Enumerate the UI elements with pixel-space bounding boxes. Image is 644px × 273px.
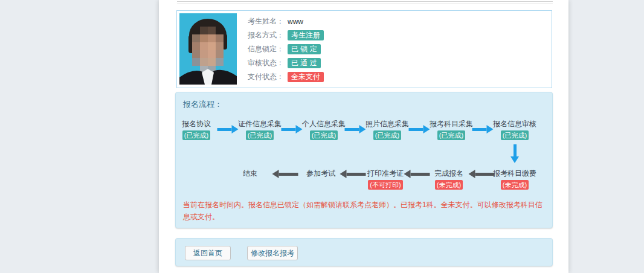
flow-step-complete-registration: 完成报名 (未完成) — [434, 169, 463, 190]
step-name: 报考科目缴费 — [493, 169, 536, 178]
flow-arrow-down-icon — [510, 144, 519, 163]
step-name: 结束 — [243, 169, 257, 178]
flow-arrow-left-icon — [340, 170, 366, 178]
name-label: 考生姓名： — [248, 16, 285, 27]
top-section-divider — [177, 1, 553, 3]
step-name: 完成报名 — [434, 169, 463, 178]
step-status-badge: (已完成) — [373, 130, 401, 140]
flow-step-print-ticket: 打印准考证 (不可打印) — [367, 169, 404, 190]
audit-status-badge: 已 通 过 — [288, 58, 321, 68]
registration-notice: 当前在报名时间内。报名信息已锁定（如需解锁请联系考点老师）。已报考1科。全未支付… — [183, 199, 546, 223]
payment-status-badge: 全未支付 — [288, 72, 324, 82]
name-value: www — [288, 18, 303, 26]
step-status-badge: (已完成) — [501, 130, 529, 140]
step-name: 报考科目采集 — [430, 119, 473, 129]
main-content-column: 考生姓名： www 报名方式： 考生注册 信息锁定： 已 锁 定 审核状态： 已… — [159, 0, 568, 273]
step-status-badge: (不可打印) — [368, 180, 402, 190]
step-name: 打印准考证 — [367, 169, 404, 178]
info-row-method: 报名方式： 考生注册 — [248, 28, 324, 42]
flow-arrow-right-icon — [217, 125, 239, 133]
candidate-photo — [179, 13, 237, 85]
payment-label: 支付状态： — [248, 72, 285, 82]
flow-step-subject-select: 报考科目采集 (已完成) — [430, 119, 473, 140]
candidate-photo-image — [179, 13, 237, 85]
flow-arrow-left-icon — [272, 170, 298, 178]
step-name: 参加考试 — [306, 169, 335, 178]
back-home-button[interactable]: 返回首页 — [185, 246, 231, 260]
info-row-lock: 信息锁定： 已 锁 定 — [248, 42, 324, 56]
step-status-badge: (已完成) — [437, 130, 465, 140]
flow-step-end: 结束 — [243, 169, 257, 178]
flow-arrow-right-icon — [409, 125, 430, 133]
audit-label: 审核状态： — [248, 58, 285, 68]
info-row-payment: 支付状态： 全未支付 — [248, 70, 324, 84]
flow-step-personal-info: 个人信息采集 (已完成) — [302, 119, 346, 140]
step-name: 报名协议 — [182, 119, 211, 129]
modify-registration-button[interactable]: 修改报名报考 — [247, 246, 298, 260]
info-row-name: 考生姓名： www — [248, 14, 324, 28]
lock-label: 信息锁定： — [248, 44, 285, 54]
step-name: 报名信息审核 — [493, 119, 536, 129]
action-panel: 返回首页 修改报名报考 — [175, 238, 553, 266]
flow-step-id-info: 证件信息采集 (已完成) — [238, 119, 282, 140]
step-status-badge: (已完成) — [182, 130, 210, 140]
method-badge: 考生注册 — [288, 30, 324, 40]
flow-arrow-right-icon — [282, 125, 303, 133]
flow-step-agreement: 报名协议 (已完成) — [182, 119, 211, 140]
flow-title: 报名流程： — [183, 99, 222, 110]
flow-step-info-audit: 报名信息审核 (已完成) — [493, 119, 536, 140]
method-label: 报名方式： — [248, 30, 285, 40]
flow-step-take-exam: 参加考试 — [306, 169, 335, 178]
step-name: 个人信息采集 — [302, 119, 346, 129]
candidate-info-rows: 考生姓名： www 报名方式： 考生注册 信息锁定： 已 锁 定 审核状态： 已… — [248, 14, 324, 84]
flow-arrow-left-icon — [404, 170, 430, 178]
candidate-info-card: 考生姓名： www 报名方式： 考生注册 信息锁定： 已 锁 定 审核状态： 已… — [176, 10, 552, 88]
step-status-badge: (未完成) — [435, 180, 463, 190]
flow-step-photo-info: 照片信息采集 (已完成) — [365, 119, 409, 140]
flow-arrow-right-icon — [472, 125, 494, 133]
step-name: 照片信息采集 — [365, 119, 409, 129]
step-status-badge: (未完成) — [501, 180, 529, 190]
registration-flow-panel: 报名流程： 报名协议 (已完成) 证件信息采集 (已完成) 个人信息采集 (已完… — [175, 92, 553, 228]
flow-step-subject-payment: 报考科目缴费 (未完成) — [493, 169, 536, 190]
flow-arrow-left-icon — [469, 170, 495, 178]
step-name: 证件信息采集 — [238, 119, 282, 129]
step-status-badge: (已完成) — [310, 130, 338, 140]
step-status-badge: (已完成) — [246, 130, 274, 140]
lock-status-badge: 已 锁 定 — [288, 44, 321, 54]
info-row-audit: 审核状态： 已 通 过 — [248, 56, 324, 70]
flow-arrow-right-icon — [345, 125, 366, 133]
